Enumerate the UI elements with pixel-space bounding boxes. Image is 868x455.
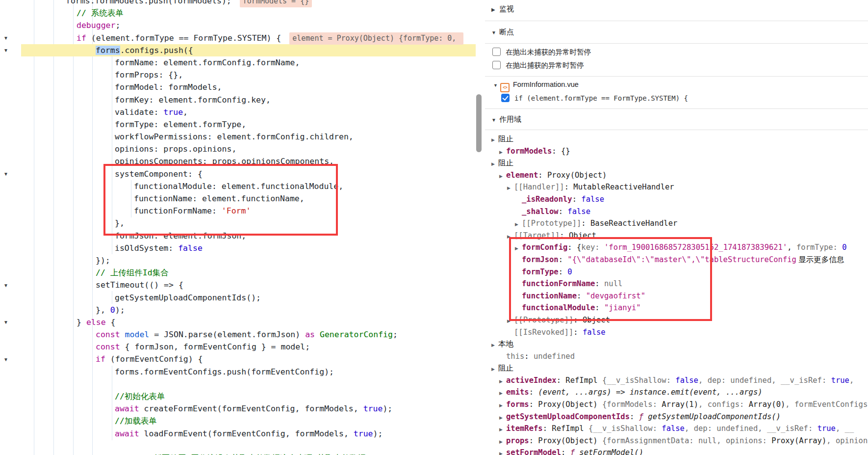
chevron-right-icon[interactable]: ▶ <box>499 448 506 455</box>
code-line[interactable]: workflowPermissions: element.formConfig.… <box>0 131 476 143</box>
code-line[interactable]: //加载表单 <box>0 415 476 427</box>
chevron-right-icon[interactable]: ▶ <box>507 315 514 326</box>
code-line[interactable]: forms.formEventConfigs.push(formEventCon… <box>0 366 476 378</box>
scope-row[interactable]: ▶forms: Proxy(Object) {formModels: Array… <box>485 399 868 411</box>
scope-row[interactable]: ▶formModels: {} <box>485 145 868 158</box>
code-line[interactable]: isOldSystem: false <box>0 242 476 254</box>
chevron-right-icon[interactable]: ▶ <box>499 375 506 387</box>
pause-caught-checkbox[interactable] <box>492 61 501 69</box>
code-line[interactable]: validate: true, <box>0 106 476 118</box>
scope-row[interactable]: ▶[[Handler]]: MutableReactiveHandler <box>485 181 868 193</box>
code-line[interactable]: getSystemUploadComponentIds(); <box>0 292 476 304</box>
chevron-right-icon[interactable]: ▶ <box>491 134 498 145</box>
code-line[interactable]: // 上传组件Id集合 <box>0 267 476 279</box>
code-line[interactable]: forms.configs.push({ <box>0 44 476 56</box>
code-line[interactable]: }, <box>0 217 476 229</box>
scope-row[interactable]: _shallow: false <box>485 206 868 218</box>
code-line[interactable]: if (element.formType == FormType.SYSTEM)… <box>0 32 476 44</box>
code-line[interactable]: } else { <box>0 316 476 328</box>
code-line[interactable]: await createFormEvent(formEventConfig, f… <box>0 402 476 415</box>
scope-row[interactable]: ▶阻止 <box>485 157 868 169</box>
fold-arrow-icon[interactable]: ▼ <box>2 47 9 54</box>
code-line[interactable]: if (formEventConfig) { <box>0 353 476 365</box>
code-line[interactable]: systemComponent: { <box>0 168 476 180</box>
breakpoint-file-group[interactable]: ▼<>FormInformation.vue <box>493 80 579 89</box>
chevron-right-icon[interactable]: ▶ <box>491 363 498 375</box>
scope-row[interactable]: functionName: "devgaofirst" <box>485 290 868 302</box>
scope-row[interactable]: ▶emits: (event, ...args) => instance.emi… <box>485 386 868 399</box>
chevron-down-icon[interactable]: ▼ <box>491 115 499 125</box>
code-line[interactable]: formJson: element.formJson, <box>0 230 476 242</box>
breakpoint-entry[interactable]: if (element.formType == FormType.SYSTEM)… <box>501 93 688 103</box>
scope-row[interactable]: formJson: "{\"databaseId\":\"master\",\"… <box>485 254 868 266</box>
chevron-right-icon[interactable]: ▶ <box>499 424 506 435</box>
chevron-right-icon[interactable]: ▶ <box>491 339 498 350</box>
fold-arrow-icon[interactable]: ▼ <box>2 35 9 42</box>
code-line[interactable]: setTimeout(() => { <box>0 279 476 291</box>
code-line[interactable]: const { formJson, formEventConfig } = mo… <box>0 341 476 353</box>
fold-arrow-icon[interactable]: ▼ <box>2 319 9 326</box>
code-line[interactable]: //初始化表单 <box>0 390 476 402</box>
breakpoint-enabled-checkbox[interactable] <box>501 94 510 102</box>
code-line[interactable]: //TODO: 暂不放开 工作流没有获取表单数据这个步骤 获取表单数据 <box>0 452 476 455</box>
scope-row[interactable]: ▶getSystemUploadComponentIds: ƒ getSyste… <box>485 411 868 423</box>
scope-section-header[interactable]: ▼作用域 <box>491 114 521 124</box>
scope-row[interactable]: this: undefined <box>485 350 868 363</box>
code-line[interactable]: formName: element.formConfig.formName, <box>0 56 476 69</box>
scope-row[interactable]: ▶阻止 <box>485 362 868 375</box>
code-line[interactable]: formKey: element.formConfig.key, <box>0 94 476 106</box>
chevron-right-icon[interactable]: ▶ <box>491 158 498 169</box>
code-line[interactable]: functionName: element.functionName, <box>0 192 476 205</box>
pause-uncaught-checkbox[interactable] <box>492 48 501 56</box>
code-line[interactable]: opinions: props.opinions, <box>0 143 476 155</box>
code-line[interactable]: forms.formModels.push(formModels);formMo… <box>0 0 476 7</box>
scope-row[interactable]: [[IsRevoked]]: false <box>485 326 868 339</box>
vertical-scrollbar-thumb[interactable] <box>476 94 482 152</box>
chevron-right-icon[interactable]: ▶ <box>507 182 514 193</box>
chevron-right-icon[interactable]: ▶ <box>499 170 506 182</box>
code-line[interactable]: formProps: {}, <box>0 69 476 81</box>
scope-row[interactable]: functionFormName: null <box>485 278 868 290</box>
code-line[interactable]: functionFormName: 'Form' <box>0 205 476 217</box>
breakpoints-section-header[interactable]: ▼断点 <box>491 27 514 37</box>
scope-row[interactable]: functionalModule: "jianyi" <box>485 302 868 314</box>
scope-row[interactable]: ▶activeIndex: RefImpl {__v_isShallow: fa… <box>485 375 868 387</box>
code-line[interactable]: functionalModule: element.functionalModu… <box>0 180 476 192</box>
fold-arrow-icon[interactable]: ▼ <box>2 171 9 178</box>
scope-row[interactable]: _isReadonly: false <box>485 193 868 206</box>
code-line[interactable]: }); <box>0 254 476 267</box>
scope-row[interactable]: ▶element: Proxy(Object) <box>485 169 868 182</box>
scope-row[interactable]: ▶[[Prototype]]: BaseReactiveHandler <box>485 217 868 230</box>
chevron-right-icon[interactable]: ▶ <box>499 387 506 399</box>
scope-row[interactable]: ▶formConfig: {key: 'form_190016868572830… <box>485 241 868 254</box>
chevron-right-icon[interactable]: ▶ <box>499 146 506 158</box>
scope-row[interactable]: ▶本地 <box>485 338 868 350</box>
code-line[interactable]: // 系统表单 <box>0 7 476 19</box>
scope-row[interactable]: ▶[[Target]]: Object <box>485 230 868 242</box>
fold-arrow-icon[interactable]: ▼ <box>2 282 9 289</box>
code-line[interactable]: const model = JSON.parse(element.formJso… <box>0 328 476 341</box>
code-line[interactable] <box>0 440 476 452</box>
chevron-right-icon[interactable]: ▶ <box>515 242 522 254</box>
watch-section-header[interactable]: ▶监视 <box>491 4 514 14</box>
code-line[interactable] <box>0 378 476 390</box>
pause-caught-exceptions-row[interactable]: 在抛出捕获的异常时暂停 <box>492 61 584 70</box>
code-line[interactable]: debugger; <box>0 19 476 31</box>
fold-arrow-icon[interactable]: ▼ <box>2 356 9 363</box>
scope-row[interactable]: ▶props: Proxy(Object) {formAssignmentDat… <box>485 435 868 447</box>
chevron-right-icon[interactable]: ▶ <box>499 412 506 423</box>
scope-row[interactable]: ▶itemRefs: RefImpl {__v_isShallow: false… <box>485 423 868 435</box>
code-line[interactable]: opinionsComponents: props.opinionsCompon… <box>0 155 476 167</box>
scope-row[interactable]: ▶[[Prototype]]: Object <box>485 314 868 326</box>
scope-row[interactable]: ▶setFormModel: ƒ setFormModel() <box>485 447 868 455</box>
code-line[interactable]: formModel: formModels, <box>0 81 476 93</box>
chevron-right-icon[interactable]: ▶ <box>507 231 514 242</box>
chevron-right-icon[interactable]: ▶ <box>499 400 506 411</box>
code-line[interactable]: }, 0); <box>0 304 476 316</box>
chevron-right-icon[interactable]: ▶ <box>491 5 499 15</box>
scope-row[interactable]: ▶阻止 <box>485 133 868 145</box>
chevron-down-icon[interactable]: ▼ <box>493 80 500 90</box>
chevron-right-icon[interactable]: ▶ <box>515 218 522 230</box>
pause-uncaught-exceptions-row[interactable]: 在抛出未捕获的异常时暂停 <box>492 48 591 56</box>
code-line[interactable]: await loadFormEvent(formEventConfig, for… <box>0 428 476 440</box>
